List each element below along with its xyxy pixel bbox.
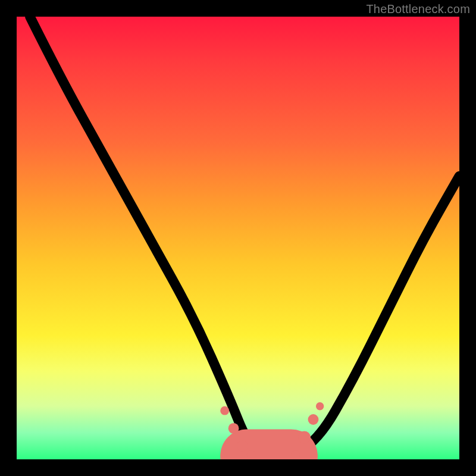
- curve-marker: [228, 423, 239, 434]
- watermark-text: TheBottleneck.com: [366, 2, 470, 16]
- curve-marker: [291, 450, 300, 459]
- bottleneck-curve: [30, 17, 459, 459]
- curve-marker: [220, 406, 229, 415]
- curve-marker: [308, 414, 319, 425]
- curve-marker: [247, 450, 256, 459]
- chart-svg: [17, 17, 459, 459]
- chart-frame: TheBottleneck.com: [0, 0, 476, 476]
- curve-marker: [316, 402, 324, 410]
- curve-marker: [298, 431, 311, 443]
- curve-marker: [237, 441, 248, 452]
- plot-area: [17, 17, 459, 459]
